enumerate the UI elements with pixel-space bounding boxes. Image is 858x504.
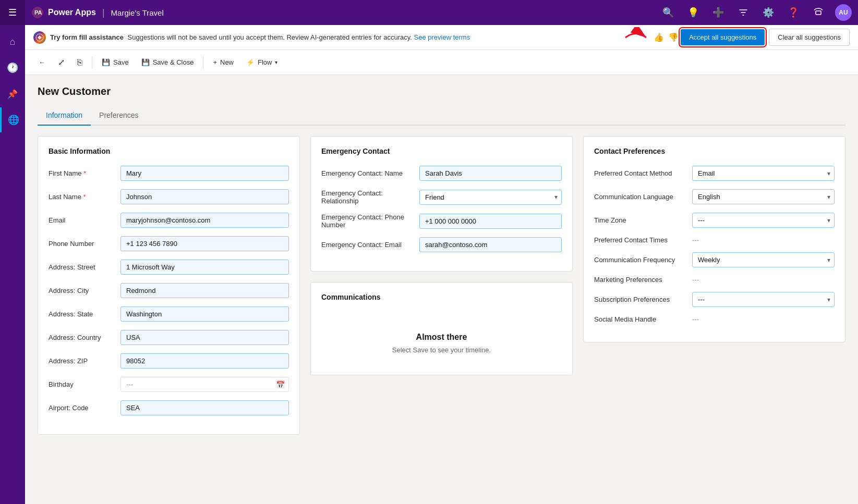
- birthday-input[interactable]: [120, 377, 289, 392]
- field-zip: Address: ZIP: [49, 353, 289, 368]
- ec-name-input[interactable]: [419, 166, 562, 181]
- last-name-input[interactable]: [120, 189, 289, 204]
- sidebar-item-apps[interactable]: 🌐: [0, 107, 25, 132]
- city-input[interactable]: [120, 283, 289, 298]
- comm-language-select[interactable]: English Spanish French: [692, 189, 835, 204]
- pref-contact-method-label: Preferred Contact Method: [594, 169, 688, 177]
- recent-icon: 🕐: [7, 62, 18, 73]
- comm-language-label: Communication Language: [594, 193, 688, 201]
- marketing-prefs-value: ---: [692, 276, 699, 284]
- duplicate-button[interactable]: ⎘: [72, 55, 88, 70]
- menu-icon: ☰: [8, 7, 17, 18]
- comm-frequency-select[interactable]: Weekly Daily Monthly: [692, 252, 835, 267]
- tab-information[interactable]: Information: [38, 106, 91, 126]
- sidebar-item-pinned[interactable]: 📌: [0, 81, 25, 106]
- banner-link[interactable]: See preview terms: [414, 33, 470, 41]
- contact-preferences-title: Contact Preferences: [594, 147, 835, 155]
- street-input[interactable]: [120, 260, 289, 275]
- social-media-row: Social Media Handle ---: [594, 315, 835, 323]
- subscription-prefs-label: Subscription Preferences: [594, 296, 688, 303]
- thumbs-up-button[interactable]: 👍: [651, 30, 666, 44]
- ec-phone-input[interactable]: [419, 214, 562, 229]
- new-button[interactable]: + New: [208, 55, 239, 69]
- user-avatar[interactable]: AU: [835, 4, 852, 21]
- svg-text:PA: PA: [34, 9, 42, 16]
- settings-button[interactable]: ⚙️: [760, 4, 777, 21]
- pref-contact-method-select[interactable]: Email Phone Mail: [692, 166, 835, 181]
- save-button[interactable]: 💾 Save: [96, 55, 134, 69]
- subscription-prefs-select[interactable]: ---: [692, 292, 835, 307]
- middle-column: Emergency Contact Emergency Contact: Nam…: [310, 136, 573, 375]
- airport-input[interactable]: [120, 400, 289, 415]
- phone-input[interactable]: [120, 236, 289, 251]
- pref-contact-times-label: Preferred Contact Times: [594, 236, 688, 244]
- tab-preferences[interactable]: Preferences: [91, 106, 147, 126]
- city-label: Address: City: [49, 287, 116, 294]
- help-button[interactable]: ❓: [785, 4, 802, 21]
- first-name-input[interactable]: [120, 166, 289, 181]
- state-input[interactable]: [120, 306, 289, 322]
- thumbs-down-button[interactable]: 👎: [666, 30, 681, 44]
- comm-frequency-row: Communication Frequency Weekly Daily Mon…: [594, 252, 835, 267]
- ec-email-input[interactable]: [419, 237, 562, 252]
- field-country: Address: Country: [49, 330, 289, 345]
- zip-input[interactable]: [120, 353, 289, 368]
- search-button[interactable]: 🔍: [660, 4, 676, 21]
- birthday-date-wrapper: 📅: [120, 377, 289, 392]
- back-button[interactable]: ←: [33, 55, 51, 69]
- workspace-name: Margie's Travel: [111, 8, 164, 17]
- flow-button[interactable]: ⚡ Flow ▾: [241, 55, 283, 69]
- field-airport: Airport: Code: [49, 400, 289, 415]
- new-icon: +: [213, 58, 217, 66]
- flow-dropdown-icon: ▾: [275, 59, 277, 65]
- sidebar-item-recent[interactable]: 🕐: [0, 55, 25, 80]
- email-input[interactable]: [120, 213, 289, 228]
- ec-relationship-dropdown-wrapper: Friend Family Spouse Other ▾: [419, 190, 562, 205]
- country-input[interactable]: [120, 330, 289, 345]
- social-media-label: Social Media Handle: [594, 315, 688, 323]
- lightbulb-button[interactable]: 💡: [685, 4, 702, 21]
- home-icon: ⌂: [10, 36, 16, 47]
- first-name-label: First Name: [49, 169, 116, 177]
- timezone-row: Time Zone --- ▾: [594, 213, 835, 228]
- timezone-select[interactable]: ---: [692, 213, 835, 228]
- add-button[interactable]: ➕: [710, 4, 727, 21]
- ec-relationship-select[interactable]: Friend Family Spouse Other: [419, 190, 562, 205]
- field-last-name: Last Name: [49, 189, 289, 204]
- timezone-label: Time Zone: [594, 216, 688, 224]
- pref-contact-method-wrapper: Email Phone Mail ▾: [692, 166, 835, 181]
- marketing-prefs-label: Marketing Preferences: [594, 276, 688, 284]
- copilot-icon: [33, 31, 46, 44]
- app-logo: PA Power Apps: [31, 6, 96, 19]
- main-area: PA Power Apps | Margie's Travel 🔍 💡 ➕ ⚙️…: [25, 0, 858, 504]
- ec-phone-label: Emergency Contact: Phone Number: [321, 213, 415, 229]
- form-grid: Basic Information First Name Last Name E…: [38, 136, 845, 435]
- communications-section: Communications Almost there Select Save …: [310, 282, 573, 375]
- country-label: Address: Country: [49, 334, 116, 341]
- sidebar-menu-button[interactable]: ☰: [0, 0, 25, 25]
- ec-name-label: Emergency Contact: Name: [321, 169, 415, 177]
- field-city: Address: City: [49, 283, 289, 298]
- save-close-button[interactable]: 💾 Save & Close: [136, 55, 199, 69]
- restore-button[interactable]: ⤢: [53, 54, 70, 70]
- timezone-wrapper: --- ▾: [692, 213, 835, 228]
- comm-frequency-label: Communication Frequency: [594, 256, 688, 264]
- basic-info-title: Basic Information: [49, 147, 289, 155]
- filter-button[interactable]: [735, 4, 752, 21]
- duplicate-icon: ⎘: [77, 58, 82, 67]
- app-name-label: Power Apps: [48, 8, 96, 17]
- field-phone: Phone Number: [49, 236, 289, 251]
- clear-all-button[interactable]: Clear all suggestions: [769, 29, 850, 46]
- pref-contact-times-value: ---: [692, 236, 699, 244]
- almost-there: Almost there Select Save to see your tim…: [321, 312, 562, 364]
- banner-actions-wrapper: 👍 👎 Accept all suggestions Clear all sug…: [651, 29, 850, 46]
- broadcast-button[interactable]: [810, 4, 827, 21]
- pref-contact-times-row: Preferred Contact Times ---: [594, 236, 835, 244]
- page-title: New Customer: [38, 85, 845, 97]
- sidebar-item-home[interactable]: ⌂: [0, 29, 25, 54]
- accept-all-button[interactable]: Accept all suggestions: [681, 29, 765, 45]
- comm-language-row: Communication Language English Spanish F…: [594, 189, 835, 204]
- ec-email-row: Emergency Contact: Email: [321, 237, 562, 252]
- field-birthday: Birthday 📅: [49, 377, 289, 392]
- globe-icon: 🌐: [8, 114, 19, 126]
